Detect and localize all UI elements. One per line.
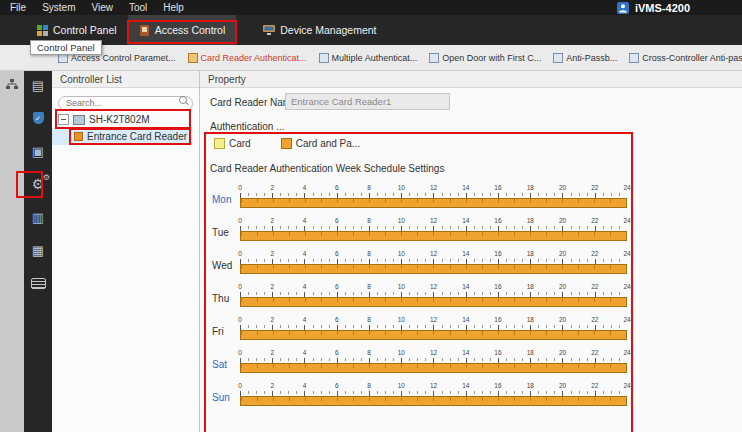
subtab-label: Multiple Authenticat... xyxy=(332,53,418,63)
tab-access-control[interactable]: Access Control xyxy=(128,15,237,45)
legend-card[interactable]: Card xyxy=(214,138,251,149)
legend-card-label: Card xyxy=(229,138,251,149)
permission-icon[interactable] xyxy=(24,144,52,158)
property-panel: Property Card Reader Name: Authenticatio… xyxy=(200,71,742,432)
menu-file[interactable]: File xyxy=(2,0,34,15)
timeline-sun: 024681012141618202224 xyxy=(240,381,627,414)
small-gear-icon xyxy=(43,173,50,182)
card-reader-name-input[interactable] xyxy=(285,93,450,110)
legend-card-and-password[interactable]: Card and Pa... xyxy=(281,138,360,149)
time-ruler: 024681012141618202224 xyxy=(240,217,627,225)
menu-system[interactable]: System xyxy=(34,0,83,15)
tree-node-card-reader[interactable]: Entrance Card Reader xyxy=(52,128,192,145)
settings-gear-icon[interactable] xyxy=(24,177,52,191)
subtab-card-reader-authentication[interactable]: Card Reader Authenticat... xyxy=(183,45,312,70)
time-ruler: 024681012141618202224 xyxy=(240,382,627,390)
authentication-group-label: Authentication ... xyxy=(210,121,285,132)
multiple-auth-icon xyxy=(319,53,329,63)
card-icon[interactable] xyxy=(24,276,52,290)
control-panel-icon xyxy=(37,25,48,36)
subtab-label: Open Door with First C... xyxy=(442,53,541,63)
access-control-icon xyxy=(139,25,150,36)
subtab-anti-passback[interactable]: Anti-Passb... xyxy=(548,45,622,70)
subtab-multiple-authentication[interactable]: Multiple Authenticat... xyxy=(314,45,423,70)
timeline-thu: 024681012141618202224 xyxy=(240,282,627,315)
time-ruler: 024681012141618202224 xyxy=(240,349,627,357)
schedule-bar-mon[interactable] xyxy=(240,198,627,208)
controller-tree: SH-K2T802M Entrance Card Reader xyxy=(52,111,199,145)
timeline-wed: 024681012141618202224 xyxy=(240,249,627,282)
subtab-open-door-first-card[interactable]: Open Door with First C... xyxy=(424,45,546,70)
card-issuing-icon[interactable] xyxy=(24,210,52,224)
tab-device-management[interactable]: Device Management xyxy=(252,15,387,45)
schedule-row-sat: Sat 024681012141618202224 xyxy=(200,348,742,381)
schedule-bar-thu[interactable] xyxy=(240,297,627,307)
app-title: iVMS-4200 xyxy=(635,2,690,14)
collapse-icon[interactable] xyxy=(58,114,69,125)
day-label-mon[interactable]: Mon xyxy=(212,194,231,205)
day-label-thu: Thu xyxy=(212,293,229,304)
schedule-row-sun: Sun 024681012141618202224 xyxy=(200,381,742,414)
property-content: Card Reader Name: Authentication ... Car… xyxy=(200,88,742,432)
schedule-bar-sat[interactable] xyxy=(240,363,627,373)
first-card-icon xyxy=(429,53,439,63)
menu-bar: File System View Tool Help iVMS-4200 xyxy=(0,0,742,15)
log-search-icon[interactable] xyxy=(24,243,52,257)
timeline-fri: 024681012141618202224 xyxy=(240,315,627,348)
card-reader-auth-icon xyxy=(188,53,198,63)
search-icon[interactable] xyxy=(179,96,187,104)
schedule-bar-tue[interactable] xyxy=(240,231,627,241)
timeline-sat: 024681012141618202224 xyxy=(240,348,627,381)
menu-tool[interactable]: Tool xyxy=(121,0,155,15)
card-chip-icon xyxy=(31,278,46,289)
user-account-icon[interactable] xyxy=(617,2,629,14)
anti-passback-icon xyxy=(553,53,563,63)
tab-device-management-label: Device Management xyxy=(280,24,376,36)
timeline-mon: 024681012141618202224 xyxy=(240,183,627,216)
subtab-label: Anti-Passb... xyxy=(566,53,617,63)
sidebar-toolbar xyxy=(24,71,52,432)
schedule-row-wed: Wed 024681012141618202224 xyxy=(200,249,742,282)
time-ruler: 024681012141618202224 xyxy=(240,316,627,324)
schedule-bar-wed[interactable] xyxy=(240,264,627,274)
menu-view[interactable]: View xyxy=(83,0,121,15)
main-tab-bar: Control Panel Access Control Device Mana… xyxy=(0,15,742,45)
schedule-title: Card Reader Authentication Week Schedule… xyxy=(210,163,444,174)
organization-icon[interactable] xyxy=(6,79,18,432)
subtab-label: Card Reader Authenticat... xyxy=(201,53,307,63)
status-shield-icon[interactable] xyxy=(24,111,52,125)
day-label-sat[interactable]: Sat xyxy=(212,359,227,370)
controller-list-header: Controller List xyxy=(52,71,199,88)
left-rail xyxy=(0,71,24,432)
schedule-bar-fri[interactable] xyxy=(240,330,627,340)
tree-node-controller[interactable]: SH-K2T802M xyxy=(52,111,192,128)
schedule-bar-sun[interactable] xyxy=(240,396,627,406)
cross-controller-icon xyxy=(629,53,639,63)
menubar-right: iVMS-4200 xyxy=(617,2,690,14)
timeline-tue: 024681012141618202224 xyxy=(240,216,627,249)
legend-card-and-password-label: Card and Pa... xyxy=(296,138,360,149)
card-and-password-color-swatch xyxy=(281,138,292,149)
day-label-sun[interactable]: Sun xyxy=(212,392,230,403)
control-panel-tooltip: Control Panel xyxy=(30,40,102,55)
auth-type-legend: Card Card and Pa... xyxy=(214,138,360,149)
controller-list-panel: Controller List SH-K2T802M Entrance Card… xyxy=(52,71,200,432)
schedule-row-mon: Mon 024681012141618202224 xyxy=(200,183,742,216)
week-schedule: Mon 024681012141618202224 Tue 0246810121… xyxy=(200,183,742,414)
device-management-icon xyxy=(263,25,275,36)
shield-icon xyxy=(33,112,44,124)
property-header: Property xyxy=(200,71,742,88)
card-reader-name: Entrance Card Reader xyxy=(87,131,187,142)
card-reader-icon xyxy=(74,132,83,141)
search-input[interactable] xyxy=(58,96,193,111)
ivms-4200-window: File System View Tool Help iVMS-4200 Con… xyxy=(0,0,742,432)
time-ruler: 024681012141618202224 xyxy=(240,250,627,258)
schedule-row-fri: Fri 024681012141618202224 xyxy=(200,315,742,348)
time-ruler: 024681012141618202224 xyxy=(240,184,627,192)
subtab-cross-controller-anti-passing[interactable]: Cross-Controller Anti-passing xyxy=(624,45,742,70)
schedule-row-thu: Thu 024681012141618202224 xyxy=(200,282,742,315)
day-label-tue: Tue xyxy=(212,227,229,238)
schedule-template-icon[interactable] xyxy=(24,78,52,92)
schedule-row-tue: Tue 024681012141618202224 xyxy=(200,216,742,249)
menu-help[interactable]: Help xyxy=(155,0,192,15)
